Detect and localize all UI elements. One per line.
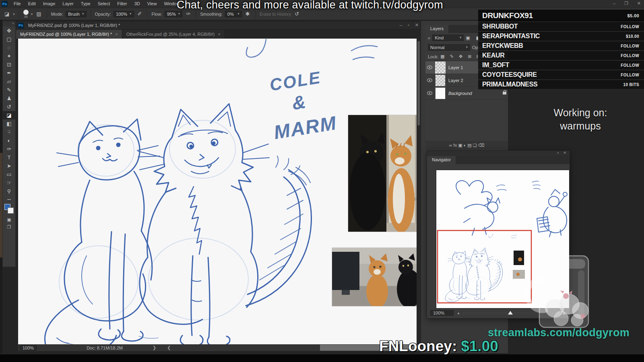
opacity-select[interactable]: 100%▾: [114, 11, 134, 17]
flow-select[interactable]: 95%▾: [165, 11, 183, 17]
dodge-tool[interactable]: ◐: [3, 136, 15, 145]
stream-event-row: ERYCKWEBB FOLLOW: [478, 41, 644, 51]
gradient-tool[interactable]: ◧: [3, 119, 15, 128]
panel-header-icons[interactable]: « ✕: [427, 151, 570, 156]
path-selection-tool[interactable]: ➤: [3, 162, 15, 170]
layer-thumbnail[interactable]: [435, 62, 446, 74]
document-title: MyFRIENDZ.psd @ 100% (Layer 1, RGB/8#) *: [28, 23, 120, 28]
close-icon[interactable]: ✕: [415, 23, 419, 28]
layer-thumbnail[interactable]: [435, 87, 446, 99]
pressure-opacity-icon[interactable]: ✐: [136, 11, 143, 17]
maximize-icon[interactable]: ▫: [408, 23, 409, 28]
canvas-vertical-scrollbar[interactable]: [417, 39, 421, 344]
stream-event-list: DRUNKFOX91 $5.00 SHRUBBOT FOLLOW SERAPHO…: [478, 10, 644, 90]
toolbar-ellipsis-icon[interactable]: •••: [3, 195, 15, 203]
menu-item[interactable]: 3D: [131, 0, 144, 8]
document-tabs: MyFRIENDZ.psd @ 100% (Layer 1, RGB/8#) *…: [16, 30, 421, 39]
annotation-cole: COLE: [268, 68, 322, 95]
brush-panel-toggle-icon[interactable]: ▨: [35, 11, 42, 17]
menu-item[interactable]: Select: [94, 0, 114, 8]
restore-icon[interactable]: ❐: [624, 1, 628, 6]
stream-event-row: KEAUR FOLLOW: [478, 51, 644, 61]
document-size-readout: Doc: 8.71M/18.2M: [87, 346, 123, 350]
menu-item[interactable]: Filter: [114, 0, 130, 8]
zoom-tool[interactable]: ⚲: [3, 187, 15, 195]
brush-size-preview[interactable]: 20: [23, 10, 29, 19]
layers-panel-actions[interactable]: ∞ fx ▣ ◐ ▤ ❏ ⌫: [425, 141, 508, 150]
stream-event-row: SERAPHONTASTIC $10.00: [478, 32, 644, 41]
smoothing-select[interactable]: 0%▾: [225, 11, 242, 17]
lasso-tool[interactable]: ◌: [3, 43, 15, 52]
airbrush-icon[interactable]: ✑: [185, 11, 192, 17]
history-brush-tool[interactable]: ↺: [3, 103, 15, 111]
menu-item[interactable]: Edit: [25, 0, 39, 8]
ticker-amount: $1.00: [461, 338, 498, 354]
brush-tool[interactable]: ✎: [3, 86, 15, 94]
navigator-zoom-field[interactable]: 100%: [430, 310, 454, 316]
crop-tool[interactable]: ⊡: [3, 60, 15, 69]
quick-mask-icon[interactable]: ▣: [3, 216, 15, 223]
lock-icons[interactable]: ▦ ✎ ✥ ⊞: [440, 54, 473, 59]
type-tool[interactable]: T: [3, 153, 15, 162]
kind-filter-select[interactable]: Kind▾: [432, 35, 464, 41]
marquee-tool[interactable]: ▢: [3, 35, 15, 43]
move-tool[interactable]: ✥: [3, 27, 15, 35]
gear-icon[interactable]: ✱: [244, 11, 251, 17]
letterbox-bar: [0, 354, 644, 362]
lock-icon: [503, 92, 506, 95]
blend-mode-select[interactable]: Normal▾: [428, 44, 470, 51]
clone-stamp-tool[interactable]: ♟: [3, 94, 15, 103]
smoothing-label: Smoothing:: [200, 12, 223, 16]
visibility-eye-icon[interactable]: [427, 66, 432, 69]
document-tab[interactable]: OtherRickFox.psd @ 25% (Layer 4, RGB/8#)…: [122, 30, 225, 39]
mode-select[interactable]: Brush▾: [66, 11, 86, 17]
background-color-swatch[interactable]: [8, 208, 14, 214]
erase-to-history-checkbox[interactable]: Erase to History: [260, 12, 291, 16]
menu-item[interactable]: Layer: [59, 0, 77, 8]
stream-event-row: PRIMALMADNESS 10 BITS: [478, 80, 644, 90]
photoshop-logo: Ps: [18, 23, 24, 29]
close-tab-icon[interactable]: ×: [115, 32, 118, 37]
annotation-marm: MARM: [272, 112, 339, 143]
status-zoom-field[interactable]: 100%: [20, 345, 37, 351]
screen-mode-icon[interactable]: ❐: [3, 223, 15, 230]
status-arrows-icon[interactable]: ❯ ❮: [153, 345, 176, 350]
hand-tool[interactable]: ☞: [3, 179, 15, 187]
smudge-tool[interactable]: ☟: [3, 128, 15, 136]
rectangle-tool[interactable]: ▭: [3, 170, 15, 179]
close-icon[interactable]: ✕: [637, 1, 641, 6]
color-swatches[interactable]: [3, 204, 15, 216]
pen-tool[interactable]: ✑: [3, 145, 15, 153]
layer-thumbnail[interactable]: [435, 74, 446, 86]
visibility-eye-icon[interactable]: [427, 78, 432, 82]
reference-photo-desk-cats: [332, 248, 419, 306]
eraser-preset-icon[interactable]: ◪: [3, 11, 10, 17]
eraser-tool[interactable]: ◪: [3, 111, 15, 119]
history-pressure-icon[interactable]: ↺: [293, 11, 300, 17]
visibility-eye-icon[interactable]: [427, 91, 432, 95]
healing-brush-tool[interactable]: ▱: [3, 77, 15, 86]
chevron-down-icon[interactable]: ▾: [31, 12, 33, 16]
zoom-out-icon[interactable]: ▲: [457, 311, 460, 315]
document-tab[interactable]: MyFRIENDZ.psd @ 100% (Layer 1, RGB/8#) *…: [16, 30, 122, 39]
reference-photo-window-cats: [348, 115, 419, 232]
navigator-viewbox[interactable]: [438, 230, 531, 303]
collapse-panel-icon[interactable]: »: [3, 21, 15, 27]
minimize-icon[interactable]: –: [400, 23, 402, 28]
canvas[interactable]: COLE & MARM: [18, 39, 417, 344]
menu-item[interactable]: File: [10, 0, 25, 8]
tab-layers[interactable]: Layers: [425, 25, 448, 33]
brush-tip-icon: [23, 10, 29, 15]
tab-navigator[interactable]: Navigator: [427, 156, 456, 164]
stream-screenshot: Ps FileEditImageLayerTypeSelectFilter3DV…: [0, 0, 644, 362]
quick-selection-tool[interactable]: ✦: [3, 52, 15, 60]
close-tab-icon[interactable]: ×: [218, 32, 220, 37]
menu-item[interactable]: Image: [39, 0, 59, 8]
minimize-icon[interactable]: –: [613, 1, 615, 6]
status-bar: 100% Doc: 8.71M/18.2M ❯ ❮: [18, 344, 421, 351]
menu-item[interactable]: Type: [77, 0, 94, 8]
stream-banner-text: Chat, cheers and more available at twitc…: [169, 0, 451, 11]
chevron-down-icon[interactable]: ▾: [13, 12, 15, 16]
menu-item[interactable]: View: [144, 0, 161, 8]
eyedropper-tool[interactable]: ✒: [3, 69, 15, 77]
